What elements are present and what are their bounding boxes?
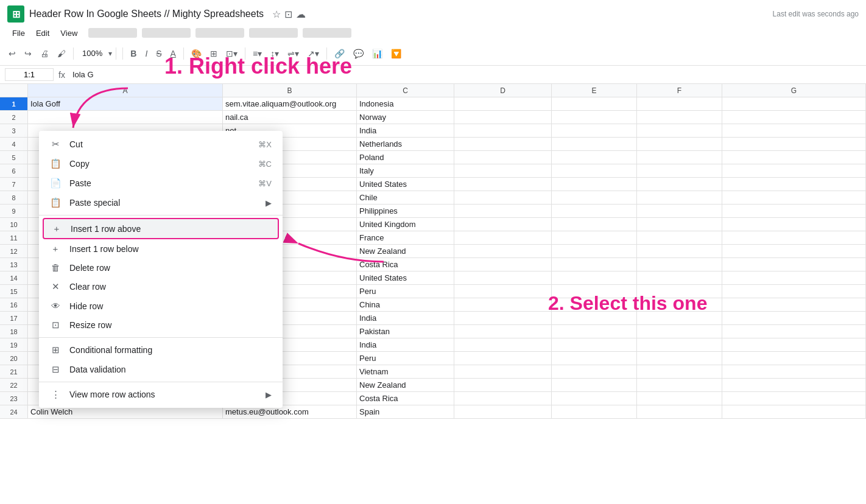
cell-g-10[interactable] bbox=[722, 218, 866, 231]
cell-g-12[interactable] bbox=[722, 245, 866, 257]
row-number[interactable]: 1 bbox=[0, 97, 28, 110]
cell-b-2[interactable]: nail.ca bbox=[223, 111, 357, 124]
cell-a-1[interactable]: Iola Goff bbox=[28, 97, 223, 110]
table-row[interactable]: 1Iola Goffsem.vitae.aliquam@outlook.orgI… bbox=[0, 97, 866, 111]
row-number[interactable]: 5 bbox=[0, 151, 28, 164]
cell-f-23[interactable] bbox=[637, 392, 722, 405]
cell-d-15[interactable] bbox=[454, 285, 552, 298]
col-header-g[interactable]: G bbox=[722, 84, 866, 97]
cell-c-8[interactable]: Chile bbox=[357, 191, 454, 204]
row-number[interactable]: 8 bbox=[0, 191, 28, 204]
cell-f-19[interactable] bbox=[637, 338, 722, 351]
ctx-item-copy[interactable]: 📋Copy⌘C bbox=[39, 154, 283, 173]
cell-f-10[interactable] bbox=[637, 218, 722, 231]
cell-f-18[interactable] bbox=[637, 325, 722, 338]
cell-c-20[interactable]: Peru bbox=[357, 352, 454, 365]
cell-d-1[interactable] bbox=[454, 97, 552, 110]
cell-g-20[interactable] bbox=[722, 352, 866, 365]
row-number[interactable]: 7 bbox=[0, 178, 28, 191]
cell-f-15[interactable] bbox=[637, 285, 722, 298]
menu-file[interactable]: File bbox=[7, 27, 30, 40]
cell-d-4[interactable] bbox=[454, 138, 552, 150]
cell-d-18[interactable] bbox=[454, 325, 552, 338]
cell-c-22[interactable]: New Zealand bbox=[357, 379, 454, 391]
borders-btn[interactable]: ⊞ bbox=[206, 46, 221, 61]
cell-e-3[interactable] bbox=[552, 124, 637, 137]
cell-g-5[interactable] bbox=[722, 151, 866, 164]
cell-e-13[interactable] bbox=[552, 258, 637, 271]
row-number[interactable]: 21 bbox=[0, 365, 28, 378]
cell-e-8[interactable] bbox=[552, 191, 637, 204]
ctx-item-view-more-row-actions[interactable]: ⋮View more row actions▶ bbox=[39, 385, 283, 404]
cell-g-24[interactable] bbox=[722, 405, 866, 418]
cell-g-19[interactable] bbox=[722, 338, 866, 351]
ctx-item-resize-row[interactable]: ⊡Resize row bbox=[39, 315, 283, 335]
cell-c-24[interactable]: Spain bbox=[357, 405, 454, 418]
ctx-item-delete-row[interactable]: 🗑Delete row bbox=[39, 258, 283, 277]
col-header-c[interactable]: C bbox=[357, 84, 454, 97]
align-btn[interactable]: ≡▾ bbox=[249, 46, 266, 61]
col-header-b[interactable]: B bbox=[223, 84, 357, 97]
cell-c-18[interactable]: Pakistan bbox=[357, 325, 454, 338]
cell-g-23[interactable] bbox=[722, 392, 866, 405]
cell-e-17[interactable] bbox=[552, 312, 637, 324]
cell-f-12[interactable] bbox=[637, 245, 722, 257]
cell-a-2[interactable] bbox=[28, 111, 223, 124]
cell-c-3[interactable]: India bbox=[357, 124, 454, 137]
cell-g-7[interactable] bbox=[722, 178, 866, 191]
cell-g-4[interactable] bbox=[722, 138, 866, 150]
cell-e-14[interactable] bbox=[552, 271, 637, 284]
cell-f-8[interactable] bbox=[637, 191, 722, 204]
cell-c-6[interactable]: Italy bbox=[357, 164, 454, 177]
cell-c-12[interactable]: New Zealand bbox=[357, 245, 454, 257]
italic-btn[interactable]: I bbox=[141, 46, 151, 61]
cell-d-8[interactable] bbox=[454, 191, 552, 204]
ctx-item-paste[interactable]: 📄Paste⌘V bbox=[39, 173, 283, 193]
cell-d-6[interactable] bbox=[454, 164, 552, 177]
cell-c-13[interactable]: Costa Rica bbox=[357, 258, 454, 271]
star-icon[interactable]: ☆ bbox=[272, 9, 281, 20]
cell-f-3[interactable] bbox=[637, 124, 722, 137]
undo-btn[interactable]: ↩ bbox=[5, 46, 19, 61]
cell-d-11[interactable] bbox=[454, 231, 552, 244]
present-icon[interactable]: ⊡ bbox=[284, 9, 292, 20]
cell-f-22[interactable] bbox=[637, 379, 722, 391]
cell-f-6[interactable] bbox=[637, 164, 722, 177]
col-header-d[interactable]: D bbox=[454, 84, 552, 97]
cell-d-7[interactable] bbox=[454, 178, 552, 191]
cell-f-14[interactable] bbox=[637, 271, 722, 284]
row-number[interactable]: 19 bbox=[0, 338, 28, 351]
cell-d-16[interactable] bbox=[454, 298, 552, 311]
cell-d-22[interactable] bbox=[454, 379, 552, 391]
cell-e-7[interactable] bbox=[552, 178, 637, 191]
cell-d-17[interactable] bbox=[454, 312, 552, 324]
cell-f-17[interactable] bbox=[637, 312, 722, 324]
cell-c-11[interactable]: France bbox=[357, 231, 454, 244]
cell-g-22[interactable] bbox=[722, 379, 866, 391]
bold-btn[interactable]: B bbox=[127, 46, 140, 61]
ctx-item-clear-row[interactable]: ✕Clear row bbox=[39, 277, 283, 296]
cell-e-12[interactable] bbox=[552, 245, 637, 257]
cell-d-21[interactable] bbox=[454, 365, 552, 378]
cell-c-17[interactable]: India bbox=[357, 312, 454, 324]
cell-c-14[interactable]: United States bbox=[357, 271, 454, 284]
cell-g-8[interactable] bbox=[722, 191, 866, 204]
cell-c-7[interactable]: United States bbox=[357, 178, 454, 191]
cell-d-2[interactable] bbox=[454, 111, 552, 124]
row-number[interactable]: 16 bbox=[0, 298, 28, 311]
filter-btn[interactable]: 🔽 bbox=[387, 46, 405, 61]
cell-f-9[interactable] bbox=[637, 205, 722, 217]
cell-e-10[interactable] bbox=[552, 218, 637, 231]
cell-e-19[interactable] bbox=[552, 338, 637, 351]
cell-g-6[interactable] bbox=[722, 164, 866, 177]
paint-format-btn[interactable]: 🖌 bbox=[54, 46, 69, 61]
cell-c-1[interactable]: Indonesia bbox=[357, 97, 454, 110]
cell-e-9[interactable] bbox=[552, 205, 637, 217]
row-number[interactable]: 11 bbox=[0, 231, 28, 244]
cell-e-22[interactable] bbox=[552, 379, 637, 391]
cell-g-16[interactable] bbox=[722, 298, 866, 311]
cell-d-12[interactable] bbox=[454, 245, 552, 257]
cell-d-19[interactable] bbox=[454, 338, 552, 351]
cell-e-2[interactable] bbox=[552, 111, 637, 124]
cell-c-16[interactable]: China bbox=[357, 298, 454, 311]
